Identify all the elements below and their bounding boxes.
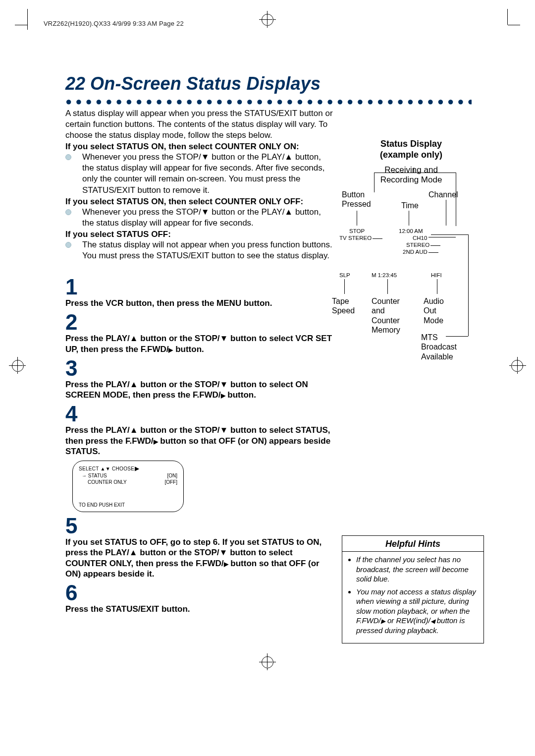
step-number-4: 4 (65, 403, 333, 425)
diagram-line (431, 234, 468, 235)
osd-clock: 12:00 AM (399, 228, 423, 234)
menu-title: SELECT ▲▼ CHOOSE (79, 465, 177, 472)
onscreen-menu-box: SELECT ▲▼ CHOOSE → STATUS [ON] COUNTER O… (72, 461, 184, 512)
bullet-icon (65, 242, 71, 248)
button-pressed-label: Button Pressed (342, 190, 379, 209)
registration-mark (262, 14, 273, 26)
page-title-row: 22On-Screen Status Displays (65, 73, 472, 94)
ffwd-icon (221, 390, 225, 400)
bullet-1: Whenever you press the STOP/▼ button or … (65, 152, 333, 195)
section-heading-1: If you select STATUS ON, then select COU… (65, 142, 333, 152)
step-1-text: Press the VCR button, then press the MEN… (65, 298, 333, 308)
diagram-line (428, 237, 456, 237)
bullet-1-text: Whenever you press the STOP/▼ button or … (74, 152, 333, 195)
diagram-line (414, 168, 414, 173)
osd-stereo: STEREO (406, 241, 440, 248)
registration-mark (12, 360, 24, 372)
rew-icon (430, 616, 435, 625)
audio-out-label: Audio Out Mode (424, 296, 458, 325)
hint-item-2: You may not access a status display when… (356, 587, 479, 636)
menu-choose-icon (135, 466, 139, 471)
menu-footer: TO END PUSH EXIT (79, 502, 125, 508)
step-number-6: 6 (65, 582, 333, 604)
osd-counter-value: M 1:23:45 (372, 272, 397, 279)
diagram-line (374, 173, 456, 173)
page-container: VRZ262(H1920).QX33 4/9/99 9:33 AM Page 2… (0, 0, 535, 756)
step-2-text-b: button. (173, 345, 204, 354)
menu-row1-left: → STATUS (79, 473, 107, 478)
hint-item-1: If the channel you select has no broadca… (356, 555, 479, 584)
page-title: On-Screen Status Displays (90, 73, 321, 94)
dots-divider: ●●●●●●●●●●●●●●●●●●●●●●●●●●●●●●●●●●●●●●●●… (65, 95, 472, 108)
diagram-line (409, 211, 409, 226)
trim-mark (507, 9, 508, 25)
trim-mark (15, 25, 27, 25)
section-heading-3: If you select STATUS OFF: (65, 230, 333, 239)
doc-header: VRZ262(H1920).QX33 4/9/99 9:33 AM Page 2… (44, 20, 184, 27)
menu-row-1: → STATUS [ON] (79, 473, 177, 478)
menu-row2-left: COUNTER ONLY (79, 479, 127, 485)
diagram-line (357, 211, 357, 226)
osd-2nd-aud-text: 2ND AUD (403, 249, 428, 255)
step-5-text: If you set STATUS to OFF, go to step 6. … (65, 537, 333, 579)
step-number-3: 3 (65, 357, 333, 379)
step-number-2: 2 (65, 311, 333, 333)
menu-row2-right: [OFF] (164, 479, 177, 485)
registration-mark (12, 365, 23, 366)
osd-slp: SLP (339, 272, 350, 279)
page-number: 22 (65, 73, 85, 94)
status-display-column: Status Display (example only) Receiving … (347, 139, 476, 378)
bullet-2: Whenever you press the STOP/▼ button or … (65, 207, 333, 229)
ffwd-icon (154, 436, 158, 446)
step-6-text: Press the STATUS/EXIT button. (65, 604, 333, 614)
mts-label: MTS Broadcast Available (421, 333, 471, 361)
diagram-line (437, 279, 437, 294)
helpful-hints-box: Helpful Hints If the channel you select … (342, 535, 484, 643)
step-4-text: Press the PLAY/▲ button or the STOP/▼ bu… (65, 425, 333, 457)
trim-mark (27, 9, 28, 25)
step-3-text: Press the PLAY/▲ button or the STOP/▼ bu… (65, 379, 333, 401)
step-2-text: Press the PLAY/▲ button or the STOP/▼ bu… (65, 333, 333, 354)
bullet-icon (65, 154, 71, 160)
time-label: Time (401, 201, 419, 210)
osd-hifi: HIFI (431, 272, 442, 279)
counter-memory-label: Counter and Counter Memory (372, 296, 411, 335)
diagram-line (373, 238, 382, 239)
registration-mark (262, 662, 272, 662)
channel-label: Channel (428, 190, 458, 199)
diagram-line (428, 252, 438, 253)
ffwd-icon (381, 616, 385, 625)
osd-tv-stereo-text: TV STEREO (339, 235, 372, 241)
osd-stereo-text: STEREO (406, 242, 429, 248)
status-display-title: Status Display (347, 139, 476, 150)
hints-body: If the channel you select has no broadca… (342, 552, 483, 643)
osd-stop: STOP (349, 228, 365, 234)
registration-mark (262, 656, 273, 668)
bullet-3-text: The status display will not appear when … (74, 239, 333, 261)
status-display-subtitle: (example only) (347, 150, 476, 161)
menu-row1-right: [ON] (167, 473, 177, 478)
tape-speed-label: Tape Speed (332, 296, 364, 315)
osd-2nd-aud: 2ND AUD (403, 248, 438, 255)
step-number-1: 1 (65, 276, 333, 298)
diagram-line (344, 279, 345, 294)
diagram-line (387, 279, 388, 294)
intro-paragraph: A status display will appear when you pr… (65, 108, 333, 141)
diagram-line (374, 173, 374, 192)
menu-title-text: SELECT ▲▼ CHOOSE (79, 466, 134, 471)
diagram-line (446, 200, 446, 226)
diagram-line (456, 173, 456, 226)
trim-mark (508, 25, 520, 25)
osd-tv-stereo: TV STEREO (339, 234, 382, 241)
osd-channel: CH10 (413, 234, 427, 241)
registration-mark (262, 19, 272, 20)
hint-2b: or REW(ind)/ (385, 616, 430, 625)
menu-row-2: COUNTER ONLY [OFF] (79, 479, 177, 485)
step-3-text-b: button. (225, 390, 256, 400)
diagram-line (468, 234, 469, 336)
status-diagram: Button Pressed Channel Time STOP TV STER… (347, 190, 476, 378)
ffwd-icon (224, 559, 228, 568)
diagram-line (430, 245, 440, 246)
registration-mark (512, 365, 523, 366)
steps-container: 1 Press the VCR button, then press the M… (65, 276, 333, 614)
